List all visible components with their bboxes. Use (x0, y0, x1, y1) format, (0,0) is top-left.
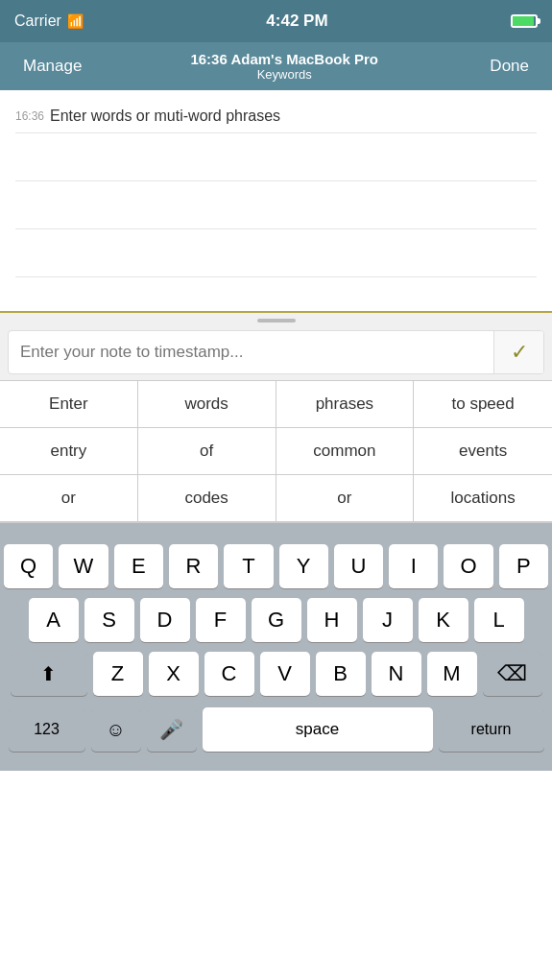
keyword-cell-locations[interactable]: locations (414, 475, 552, 522)
key-v[interactable]: V (260, 652, 310, 696)
nav-title: 16:36 Adam's MacBook Pro Keywords (89, 51, 479, 82)
key-u[interactable]: U (334, 544, 383, 588)
carrier-label: Carrier (14, 12, 61, 30)
key-a[interactable]: A (29, 598, 79, 642)
keyword-cell-enter[interactable]: Enter (0, 381, 138, 428)
drag-handle-bar (257, 319, 296, 323)
key-k[interactable]: K (419, 598, 468, 642)
manage-button[interactable]: Manage (15, 53, 89, 80)
battery-icon (511, 14, 538, 28)
key-q[interactable]: Q (4, 544, 53, 588)
key-d[interactable]: D (140, 598, 190, 642)
note-input-row: ✓ (8, 330, 544, 374)
key-s[interactable]: S (84, 598, 134, 642)
keyword-cell-common[interactable]: common (276, 428, 415, 475)
note-input[interactable] (9, 333, 493, 371)
key-z[interactable]: Z (93, 652, 143, 696)
key-l[interactable]: L (474, 598, 524, 642)
keyword-cell-of[interactable]: of (138, 428, 276, 475)
status-bar: Carrier 📶 4:42 PM (0, 0, 552, 42)
note-submit-button[interactable]: ✓ (493, 331, 543, 373)
key-e[interactable]: E (114, 544, 163, 588)
key-c[interactable]: C (204, 652, 254, 696)
key-h[interactable]: H (307, 598, 357, 642)
keyword-cell-events[interactable]: events (414, 428, 552, 475)
numbers-key[interactable]: 123 (9, 707, 85, 752)
backspace-key[interactable]: ⌫ (483, 652, 542, 696)
key-y[interactable]: Y (279, 544, 328, 588)
keyword-cell-words[interactable]: words (138, 381, 276, 428)
key-m[interactable]: M (427, 652, 477, 696)
message-text: Enter words or muti-word phrases (50, 108, 280, 125)
keyword-cell-codes[interactable]: codes (138, 475, 276, 522)
key-row-bottom: 123 ☺ 🎤 space return (4, 705, 548, 757)
status-right (511, 14, 538, 28)
space-key[interactable]: space (203, 707, 433, 752)
empty-row-3 (15, 229, 537, 277)
nav-title-line2: Keywords (89, 67, 479, 82)
shift-key[interactable]: ⬆ (11, 652, 87, 696)
key-f[interactable]: F (196, 598, 246, 642)
keyword-cell-or2[interactable]: or (276, 475, 415, 522)
key-o[interactable]: O (444, 544, 492, 588)
keyword-cell-tospeed[interactable]: to speed (414, 381, 552, 428)
shift-icon: ⬆ (40, 662, 57, 685)
key-t[interactable]: T (224, 544, 273, 588)
content-area: 16:36 Enter words or muti-word phrases (0, 90, 552, 311)
done-button[interactable]: Done (479, 53, 537, 80)
emoji-key[interactable]: ☺ (91, 707, 141, 752)
key-row-3: ⬆ Z X C V B N M ⌫ (4, 652, 548, 696)
nav-bar: Manage 16:36 Adam's MacBook Pro Keywords… (0, 42, 552, 90)
suggestions-panel: ✓ Enter words phrases to speed entry of … (0, 311, 552, 523)
empty-row-1 (15, 133, 537, 181)
empty-row-2 (15, 181, 537, 229)
drag-handle[interactable] (0, 313, 552, 326)
wifi-icon: 📶 (67, 13, 84, 29)
key-row-1: Q W E R T Y U I O P (4, 544, 548, 588)
keyword-cell-entry[interactable]: entry (0, 428, 138, 475)
keyword-cell-phrases[interactable]: phrases (276, 381, 415, 428)
keyboard: Q W E R T Y U I O P A S D F G H J K L ⬆ … (0, 537, 552, 771)
key-i[interactable]: I (389, 544, 438, 588)
return-key[interactable]: return (439, 707, 544, 752)
key-p[interactable]: P (499, 544, 548, 588)
message-row: 16:36 Enter words or muti-word phrases (15, 100, 537, 133)
message-time: 16:36 (15, 109, 44, 123)
key-w[interactable]: W (59, 544, 108, 588)
keyword-grid: Enter words phrases to speed entry of co… (0, 380, 552, 522)
key-row-2: A S D F G H J K L (4, 598, 548, 642)
nav-title-line1: 16:36 Adam's MacBook Pro (89, 51, 479, 67)
mic-key[interactable]: 🎤 (147, 707, 197, 752)
key-b[interactable]: B (316, 652, 366, 696)
keyword-cell-or1[interactable]: or (0, 475, 138, 522)
keyboard-spacer (0, 523, 552, 537)
key-n[interactable]: N (372, 652, 421, 696)
key-r[interactable]: R (169, 544, 218, 588)
status-left: Carrier 📶 (14, 12, 84, 30)
key-j[interactable]: J (363, 598, 413, 642)
status-time: 4:42 PM (266, 12, 327, 31)
key-g[interactable]: G (252, 598, 301, 642)
key-x[interactable]: X (149, 652, 199, 696)
